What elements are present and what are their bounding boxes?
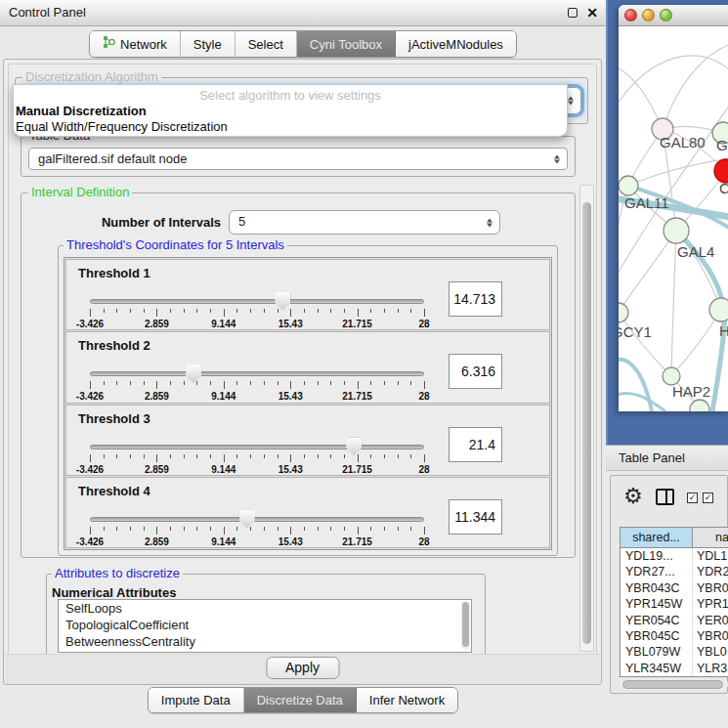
cell-shared-name[interactable]: YBL079W [621,644,693,660]
tab-cyni-toolbox[interactable]: Cyni Toolbox [297,31,396,57]
numerical-attributes-list[interactable]: SelfLoopsTopologicalCoefficientBetweenne… [58,599,472,653]
network-node[interactable] [690,400,709,411]
attribute-item[interactable]: TopologicalCoefficient [59,617,471,633]
attributes-list-scrollbar[interactable] [461,602,470,650]
tab-label: jActiveMNodules [408,36,503,53]
tick-mark [210,454,211,458]
tab-network[interactable]: Network [90,31,181,57]
slider-track[interactable] [90,299,424,304]
close-light-icon[interactable] [624,9,637,21]
tick-mark [116,454,117,458]
zoom-light-icon[interactable] [660,9,672,21]
tick-label: -3.426 [76,536,104,547]
float-icon[interactable] [568,8,578,18]
tick-mark [410,309,411,313]
cell-name[interactable]: YLR3 [693,661,728,676]
column-header-name[interactable]: na [693,528,728,547]
tick-mark [344,527,345,531]
tick-mark [278,381,278,385]
network-window-titlebar [619,5,728,26]
cell-name[interactable]: YBR0 [693,580,728,596]
tab-jactivemnodules[interactable]: jActiveMNodules [396,31,516,57]
tab-style[interactable]: Style [181,31,236,57]
table-row[interactable]: YBR045CYBR0 [621,628,728,644]
cell-name[interactable]: YIL0 [693,676,728,677]
network-node-gcy1[interactable] [619,303,628,322]
tab-label: Infer Network [369,692,445,708]
threshold-slider[interactable] [90,445,424,450]
threshold-slider[interactable] [90,299,424,305]
network-canvas[interactable]: GAL80GACGAL11GAL4GCY1HHAP2 [619,26,728,411]
table-row[interactable]: YER054CYER0 [621,613,728,628]
network-node-gal4[interactable] [664,218,689,243]
cell-name[interactable]: YDR2 [693,564,728,579]
threshold-slider[interactable] [90,371,424,377]
cell-shared-name[interactable]: YLR345W [621,661,693,676]
node-attribute-table[interactable]: shared... na YDL19...YDL1YDR27...YDR2YBR… [620,527,728,677]
tick-mark [330,527,331,531]
cell-shared-name[interactable]: YBR045C [621,628,693,644]
tick-mark [250,454,251,458]
tick-mark [398,309,399,313]
tick-mark [90,309,91,317]
split-view-icon[interactable] [656,489,674,505]
cell-shared-name[interactable]: YPR145W [621,596,693,612]
network-node-gal11[interactable] [619,176,638,195]
cell-shared-name[interactable]: YER054C [621,613,693,628]
network-node-h[interactable] [709,298,728,321]
cell-name[interactable]: YER0 [693,613,728,628]
attribute-item[interactable]: SelfLoops [59,600,471,617]
algorithm-option[interactable]: Manual Discretization [16,104,147,118]
cell-shared-name[interactable]: YBR043C [621,580,693,596]
table-row[interactable]: YIL052CYIL0 [621,676,728,677]
table-row[interactable]: YLR345WYLR3 [621,661,728,676]
threshold-value-field[interactable]: 11.344 [449,499,502,535]
apply-button[interactable]: Apply [266,657,339,679]
cell-shared-name[interactable]: YDL19... [621,548,693,564]
cell-name[interactable]: YDL1 [693,548,728,564]
table-row[interactable]: YBR043CYBR0 [621,580,728,596]
table-row[interactable]: YPR145WYPR1 [621,596,728,612]
column-header-shared-name[interactable]: shared... [621,528,693,547]
tab-select[interactable]: Select [236,31,297,57]
table-row[interactable]: YDR27...YDR2 [621,564,728,579]
cell-name[interactable]: YPR1 [693,596,728,612]
slider-track[interactable] [90,517,424,522]
tab-discretize-data[interactable]: Discretize Data [244,688,357,712]
threshold-value-field[interactable]: 21.4 [449,427,502,462]
cell-shared-name[interactable]: YDR27... [621,564,693,579]
threshold-value-field[interactable]: 6.316 [449,354,502,389]
cell-name[interactable]: YBL0 [693,644,728,660]
slider-track[interactable] [90,445,424,450]
number-of-intervals-combobox[interactable]: 5 [229,210,500,235]
table-horizontal-scrollbar[interactable] [621,679,728,690]
tick-mark [104,381,105,385]
table-row[interactable]: YDL19...YDL1 [621,548,728,564]
table-data-combobox[interactable]: galFiltered.sif default node [28,148,568,170]
cell-shared-name[interactable]: YIL052C [621,676,693,677]
checkbox-icon[interactable]: ✓ [703,492,713,503]
settings-scrollbar[interactable] [579,185,594,652]
table-row[interactable]: YBL079WYBL0 [621,644,728,660]
checkbox-icon[interactable]: ✓ [687,492,698,503]
algorithm-option[interactable]: Equal Width/Frequency Discretization [16,119,228,134]
tick-mark [210,527,211,531]
close-icon[interactable]: ✕ [586,4,598,21]
threshold-value-field[interactable]: 14.713 [449,281,502,317]
threshold-panel: Threshold 4-3.4262.8599.14415.4321.71528… [65,477,550,548]
attribute-item[interactable]: BetweennessCentrality [59,633,471,650]
tick-mark [224,454,225,462]
cell-name[interactable]: YBR0 [693,628,728,644]
tab-impute-data[interactable]: Impute Data [149,688,244,712]
slider-tick-labels: -3.4262.8599.14415.4321.71528 [90,536,424,548]
tick-mark [130,309,131,313]
tab-infer-network[interactable]: Infer Network [357,688,457,712]
slider-track[interactable] [90,371,424,376]
threshold-slider[interactable] [90,517,424,523]
gear-icon[interactable]: ⚙ [623,485,643,508]
slider-tick-labels: -3.4262.8599.14415.4321.71528 [90,464,424,476]
tick-mark [384,381,385,385]
network-icon [103,35,115,53]
minimize-light-icon[interactable] [642,9,655,21]
threshold-label: Threshold 1 [78,266,150,280]
